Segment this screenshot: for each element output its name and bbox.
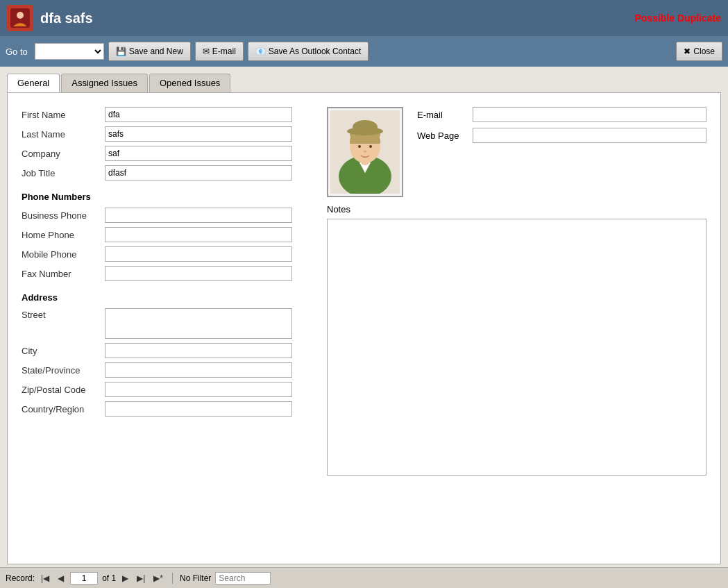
home-phone-row: Home Phone (22, 227, 313, 242)
webpage-input[interactable] (473, 128, 706, 143)
job-title-input[interactable] (105, 165, 292, 180)
tab-assigned[interactable]: Assigned Issues (61, 74, 148, 92)
duplicate-warning: Possible Duplicate (635, 12, 721, 24)
business-phone-input[interactable] (105, 208, 292, 223)
zip-label: Zip/Postal Code (22, 385, 105, 395)
first-name-row: First Name (22, 107, 313, 122)
search-input[interactable] (215, 572, 271, 585)
state-label: State/Province (22, 365, 105, 376)
record-label: Record: (6, 573, 35, 583)
phone-section-title: Phone Numbers (22, 192, 313, 202)
email-icon: ✉ (203, 47, 210, 56)
notes-label: Notes (327, 204, 706, 215)
company-input[interactable] (105, 146, 292, 161)
mobile-phone-input[interactable] (105, 246, 292, 262)
home-phone-input[interactable] (105, 227, 292, 242)
svg-point-11 (364, 151, 367, 153)
email-web-area: E-mail Web Page (417, 107, 706, 149)
fax-label: Fax Number (22, 269, 105, 279)
save-icon: 💾 (116, 47, 126, 56)
goto-label: Go to (6, 47, 28, 57)
fax-row: Fax Number (22, 266, 313, 281)
save-new-button[interactable]: 💾 Save and New (108, 42, 191, 61)
svg-point-9 (358, 145, 361, 148)
of-label: of 1 (102, 573, 116, 583)
prev-record-btn[interactable]: ◀ (56, 573, 66, 584)
street-input[interactable] (105, 308, 292, 339)
svg-point-8 (353, 120, 378, 134)
first-name-input[interactable] (105, 107, 292, 122)
webpage-label: Web Page (417, 131, 473, 141)
phone-section: Phone Numbers Business Phone Home Phone … (22, 192, 313, 281)
toolbar: Go to 💾 Save and New ✉ E-mail 📧 Save As … (0, 36, 728, 67)
notes-section: Notes (327, 204, 706, 478)
avatar-area: E-mail Web Page (327, 107, 706, 197)
email-input[interactable] (473, 107, 706, 122)
right-column: E-mail Web Page Notes (327, 107, 706, 478)
form-panel: First Name Last Name Company Job Title (7, 92, 721, 564)
tab-general[interactable]: General (7, 74, 60, 92)
job-title-label: Job Title (22, 168, 105, 178)
first-name-label: First Name (22, 110, 105, 120)
state-input[interactable] (105, 362, 292, 378)
title-bar: dfa safs Possible Duplicate (0, 0, 728, 36)
business-phone-row: Business Phone (22, 208, 313, 223)
new-record-btn[interactable]: ▶* (151, 573, 165, 584)
last-record-btn[interactable]: ▶| (135, 573, 147, 584)
svg-point-1 (17, 12, 24, 19)
no-filter-label: No Filter (180, 573, 211, 583)
avatar-image (330, 110, 400, 194)
close-button[interactable]: ✖ Close (676, 42, 722, 61)
goto-select[interactable] (35, 43, 104, 60)
email-button[interactable]: ✉ E-mail (195, 42, 244, 61)
address-section-title: Address (22, 292, 313, 303)
street-row: Street (22, 308, 313, 339)
webpage-row: Web Page (417, 128, 706, 143)
tab-opened[interactable]: Opened Issues (149, 74, 230, 92)
last-name-input[interactable] (105, 126, 292, 142)
zip-row: Zip/Postal Code (22, 382, 313, 397)
city-row: City (22, 343, 313, 358)
save-outlook-button[interactable]: 📧 Save As Outlook Contact (248, 42, 369, 61)
notes-textarea[interactable] (327, 219, 706, 476)
content-area: First Name Last Name Company Job Title (22, 107, 706, 478)
home-phone-label: Home Phone (22, 230, 105, 240)
record-number-input[interactable] (70, 572, 98, 585)
next-record-btn[interactable]: ▶ (120, 573, 130, 584)
mobile-phone-row: Mobile Phone (22, 246, 313, 262)
job-title-row: Job Title (22, 165, 313, 180)
email-row: E-mail (417, 107, 706, 122)
close-icon: ✖ (684, 47, 691, 56)
avatar-box (327, 107, 403, 197)
email-label: E-mail (417, 110, 473, 120)
city-label: City (22, 346, 105, 356)
basic-info-section: First Name Last Name Company Job Title (22, 107, 313, 180)
address-section: Address Street City State/Province Z (22, 292, 313, 417)
mobile-phone-label: Mobile Phone (22, 249, 105, 260)
last-name-label: Last Name (22, 129, 105, 140)
outlook-icon: 📧 (255, 47, 266, 56)
company-label: Company (22, 149, 105, 159)
last-name-row: Last Name (22, 126, 313, 142)
city-input[interactable] (105, 343, 292, 358)
country-label: Country/Region (22, 404, 105, 414)
street-label: Street (22, 310, 105, 320)
country-row: Country/Region (22, 401, 313, 417)
svg-point-10 (369, 145, 372, 148)
status-bar: Record: |◀ ◀ of 1 ▶ ▶| ▶* No Filter (0, 567, 728, 588)
zip-input[interactable] (105, 382, 292, 397)
business-phone-label: Business Phone (22, 210, 105, 221)
fax-input[interactable] (105, 266, 292, 281)
main-content: General Assigned Issues Opened Issues Fi… (0, 67, 728, 588)
country-input[interactable] (105, 401, 292, 417)
left-column: First Name Last Name Company Job Title (22, 107, 313, 478)
state-row: State/Province (22, 362, 313, 378)
first-record-btn[interactable]: |◀ (39, 573, 51, 584)
company-row: Company (22, 146, 313, 161)
app-icon (7, 5, 33, 31)
tab-bar: General Assigned Issues Opened Issues (7, 74, 721, 92)
window-title: dfa safs (40, 10, 635, 26)
